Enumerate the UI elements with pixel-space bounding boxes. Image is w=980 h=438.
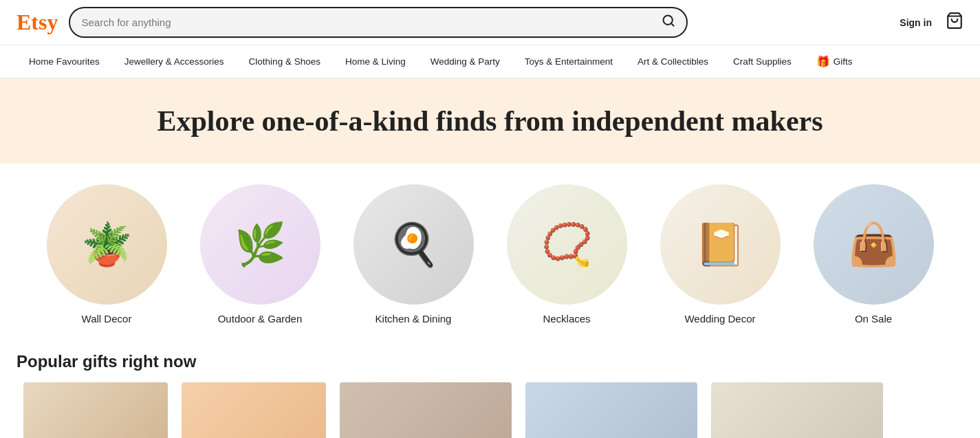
product-card-3: Personalized Name Necklace by Caitly... … — [519, 382, 704, 438]
product-card-4: Romantic Personalized Record - Birthd...… — [704, 382, 890, 438]
etsy-logo[interactable]: Etsy — [17, 10, 58, 35]
search-button[interactable] — [662, 14, 675, 31]
product-image-2 — [340, 382, 512, 438]
search-icon — [662, 14, 675, 28]
popular-gifts-section: Popular gifts right now Anniversary Gift… — [0, 338, 980, 438]
category-wedding-decor[interactable]: Wedding Decor — [660, 184, 781, 325]
category-circle-outdoor — [200, 184, 320, 305]
category-on-sale[interactable]: On Sale — [814, 184, 934, 325]
nav-item-art[interactable]: Art & Collectibles — [625, 47, 721, 76]
search-bar — [69, 7, 688, 38]
category-circle-onsale — [814, 184, 934, 305]
category-label-wedding: Wedding Decor — [684, 313, 755, 325]
category-circle-necklaces — [507, 184, 627, 305]
product-card-0: Anniversary Gift for Him,Personalized ..… — [17, 382, 175, 438]
nav-item-wedding[interactable]: Wedding & Party — [418, 47, 512, 76]
products-row: Anniversary Gift for Him,Personalized ..… — [17, 382, 963, 438]
product-image-1 — [182, 382, 326, 438]
category-label-necklaces: Necklaces — [543, 313, 590, 325]
nav-item-home-favourites[interactable]: Home Favourites — [17, 47, 112, 76]
product-image-0 — [23, 382, 168, 438]
search-input[interactable] — [81, 17, 662, 28]
main-nav: Home Favourites Jewellery & Accessories … — [0, 45, 980, 78]
nav-item-craft[interactable]: Craft Supplies — [721, 47, 804, 76]
category-kitchen-dining[interactable]: Kitchen & Dining — [353, 184, 474, 325]
svg-line-1 — [671, 23, 674, 26]
hero-banner: Explore one-of-a-kind finds from indepen… — [0, 78, 980, 164]
nav-item-toys[interactable]: Toys & Entertainment — [512, 47, 625, 76]
category-label-wall-decor: Wall Decor — [82, 313, 132, 325]
category-outdoor-garden[interactable]: Outdoor & Garden — [200, 184, 320, 325]
product-image-4 — [711, 382, 883, 438]
cart-icon[interactable] — [946, 12, 963, 34]
header-right: Sign in — [900, 12, 963, 34]
category-necklaces[interactable]: Necklaces — [507, 184, 627, 325]
header: Etsy Sign in — [0, 0, 980, 45]
category-label-outdoor: Outdoor & Garden — [218, 313, 303, 325]
product-image-3 — [525, 382, 697, 438]
nav-item-gifts[interactable]: 🎁 Gifts — [804, 45, 865, 78]
sign-in-button[interactable]: Sign in — [900, 17, 932, 28]
categories-section: Wall Decor Outdoor & Garden Kitchen & Di… — [0, 164, 980, 338]
hero-title: Explore one-of-a-kind finds from indepen… — [14, 105, 966, 138]
basket-icon — [946, 12, 963, 30]
nav-item-jewellery[interactable]: Jewellery & Accessories — [112, 47, 237, 76]
category-circle-wall-decor — [47, 184, 167, 305]
gift-icon: 🎁 — [816, 55, 830, 68]
category-label-kitchen: Kitchen & Dining — [375, 313, 452, 325]
product-card-2: Heart Keychain Set - Made with Authe... … — [333, 382, 519, 438]
category-label-onsale: On Sale — [855, 313, 892, 325]
category-circle-wedding — [660, 184, 781, 305]
category-circle-kitchen — [353, 184, 474, 305]
nav-item-clothing[interactable]: Clothing & Shoes — [237, 47, 333, 76]
category-wall-decor[interactable]: Wall Decor — [47, 184, 167, 325]
product-card-1: Vitamin Me Daily Dose of Love: Cute G...… — [175, 382, 333, 438]
popular-gifts-title: Popular gifts right now — [17, 352, 963, 371]
nav-item-home-living[interactable]: Home & Living — [333, 47, 418, 76]
